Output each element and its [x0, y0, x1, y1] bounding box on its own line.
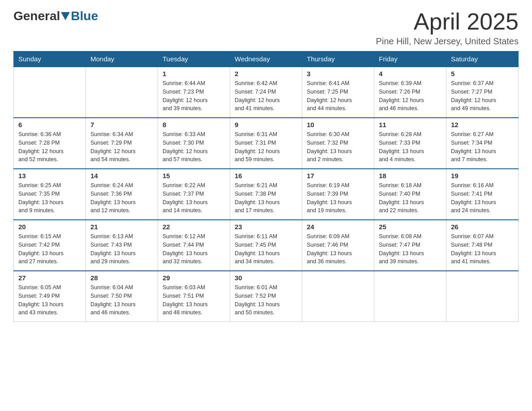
day-number: 22 — [163, 223, 225, 231]
calendar-cell: 6Sunrise: 6:36 AM Sunset: 7:28 PM Daylig… — [14, 118, 86, 169]
day-info: Sunrise: 6:03 AM Sunset: 7:51 PM Dayligh… — [163, 283, 225, 317]
day-info: Sunrise: 6:08 AM Sunset: 7:47 PM Dayligh… — [379, 232, 442, 266]
day-info: Sunrise: 6:11 AM Sunset: 7:45 PM Dayligh… — [235, 232, 297, 266]
calendar-cell: 7Sunrise: 6:34 AM Sunset: 7:29 PM Daylig… — [86, 118, 158, 169]
day-info: Sunrise: 6:37 AM Sunset: 7:27 PM Dayligh… — [451, 79, 514, 113]
day-info: Sunrise: 6:31 AM Sunset: 7:31 PM Dayligh… — [235, 130, 297, 164]
calendar-cell: 4Sunrise: 6:39 AM Sunset: 7:26 PM Daylig… — [374, 67, 446, 118]
location-title: Pine Hill, New Jersey, United States — [376, 36, 519, 47]
day-info: Sunrise: 6:42 AM Sunset: 7:24 PM Dayligh… — [235, 79, 297, 113]
day-number: 19 — [451, 172, 514, 180]
day-number: 29 — [163, 274, 225, 282]
day-number: 3 — [307, 70, 369, 77]
calendar-cell: 22Sunrise: 6:12 AM Sunset: 7:44 PM Dayli… — [158, 220, 230, 271]
day-number: 28 — [90, 274, 153, 282]
day-info: Sunrise: 6:25 AM Sunset: 7:35 PM Dayligh… — [18, 181, 81, 215]
calendar-cell: 8Sunrise: 6:33 AM Sunset: 7:30 PM Daylig… — [158, 118, 230, 169]
day-number: 8 — [163, 121, 225, 128]
calendar-cell: 18Sunrise: 6:18 AM Sunset: 7:40 PM Dayli… — [374, 169, 446, 220]
calendar-week-row: 1Sunrise: 6:44 AM Sunset: 7:23 PM Daylig… — [14, 67, 519, 118]
day-number: 20 — [18, 223, 81, 231]
day-number: 2 — [235, 70, 297, 77]
weekday-header-thursday: Thursday — [302, 51, 374, 67]
calendar-cell: 25Sunrise: 6:08 AM Sunset: 7:47 PM Dayli… — [374, 220, 446, 271]
calendar-cell: 20Sunrise: 6:15 AM Sunset: 7:42 PM Dayli… — [14, 220, 86, 271]
month-title: April 2025 — [376, 9, 519, 34]
day-number: 16 — [235, 172, 297, 180]
weekday-header-friday: Friday — [374, 51, 446, 67]
day-number: 21 — [90, 223, 153, 231]
calendar-cell: 11Sunrise: 6:28 AM Sunset: 7:33 PM Dayli… — [374, 118, 446, 169]
weekday-header-monday: Monday — [86, 51, 158, 67]
logo-general-text: General — [13, 9, 60, 23]
calendar-cell: 3Sunrise: 6:41 AM Sunset: 7:25 PM Daylig… — [302, 67, 374, 118]
day-info: Sunrise: 6:01 AM Sunset: 7:52 PM Dayligh… — [235, 283, 297, 317]
day-info: Sunrise: 6:34 AM Sunset: 7:29 PM Dayligh… — [90, 130, 153, 164]
calendar-cell — [446, 271, 519, 322]
day-info: Sunrise: 6:44 AM Sunset: 7:23 PM Dayligh… — [163, 79, 225, 113]
calendar-week-row: 13Sunrise: 6:25 AM Sunset: 7:35 PM Dayli… — [14, 169, 519, 220]
calendar-cell: 10Sunrise: 6:30 AM Sunset: 7:32 PM Dayli… — [302, 118, 374, 169]
calendar-cell: 2Sunrise: 6:42 AM Sunset: 7:24 PM Daylig… — [230, 67, 302, 118]
day-number: 7 — [90, 121, 153, 128]
title-block: April 2025 Pine Hill, New Jersey, United… — [376, 9, 519, 47]
day-number: 4 — [379, 70, 442, 77]
day-info: Sunrise: 6:12 AM Sunset: 7:44 PM Dayligh… — [163, 232, 225, 266]
day-number: 30 — [235, 274, 297, 282]
calendar-week-row: 6Sunrise: 6:36 AM Sunset: 7:28 PM Daylig… — [14, 118, 519, 169]
day-info: Sunrise: 6:13 AM Sunset: 7:43 PM Dayligh… — [90, 232, 153, 266]
day-number: 15 — [163, 172, 225, 180]
day-info: Sunrise: 6:39 AM Sunset: 7:26 PM Dayligh… — [379, 79, 442, 113]
logo: General Blue — [13, 9, 98, 23]
calendar-table: SundayMondayTuesdayWednesdayThursdayFrid… — [13, 51, 519, 322]
calendar-cell: 13Sunrise: 6:25 AM Sunset: 7:35 PM Dayli… — [14, 169, 86, 220]
day-info: Sunrise: 6:07 AM Sunset: 7:48 PM Dayligh… — [451, 232, 514, 266]
day-number: 26 — [451, 223, 514, 231]
day-number: 27 — [18, 274, 81, 282]
day-info: Sunrise: 6:28 AM Sunset: 7:33 PM Dayligh… — [379, 130, 442, 164]
day-info: Sunrise: 6:04 AM Sunset: 7:50 PM Dayligh… — [90, 283, 153, 317]
calendar-cell: 24Sunrise: 6:09 AM Sunset: 7:46 PM Dayli… — [302, 220, 374, 271]
logo-blue-text: Blue — [71, 9, 98, 23]
logo-triangle-icon — [61, 12, 70, 20]
day-number: 5 — [451, 70, 514, 77]
calendar-cell: 23Sunrise: 6:11 AM Sunset: 7:45 PM Dayli… — [230, 220, 302, 271]
calendar-cell: 12Sunrise: 6:27 AM Sunset: 7:34 PM Dayli… — [446, 118, 519, 169]
day-info: Sunrise: 6:41 AM Sunset: 7:25 PM Dayligh… — [307, 79, 369, 113]
day-number: 17 — [307, 172, 369, 180]
calendar-cell: 17Sunrise: 6:19 AM Sunset: 7:39 PM Dayli… — [302, 169, 374, 220]
calendar-cell: 5Sunrise: 6:37 AM Sunset: 7:27 PM Daylig… — [446, 67, 519, 118]
day-info: Sunrise: 6:22 AM Sunset: 7:37 PM Dayligh… — [163, 181, 225, 215]
day-number: 6 — [18, 121, 81, 128]
calendar-cell: 19Sunrise: 6:16 AM Sunset: 7:41 PM Dayli… — [446, 169, 519, 220]
calendar-cell — [374, 271, 446, 322]
day-info: Sunrise: 6:30 AM Sunset: 7:32 PM Dayligh… — [307, 130, 369, 164]
day-number: 23 — [235, 223, 297, 231]
day-info: Sunrise: 6:36 AM Sunset: 7:28 PM Dayligh… — [18, 130, 81, 164]
calendar-cell: 29Sunrise: 6:03 AM Sunset: 7:51 PM Dayli… — [158, 271, 230, 322]
calendar-cell — [302, 271, 374, 322]
day-number: 9 — [235, 121, 297, 128]
calendar-week-row: 20Sunrise: 6:15 AM Sunset: 7:42 PM Dayli… — [14, 220, 519, 271]
calendar-cell: 15Sunrise: 6:22 AM Sunset: 7:37 PM Dayli… — [158, 169, 230, 220]
calendar-cell — [14, 67, 86, 118]
calendar-cell: 14Sunrise: 6:24 AM Sunset: 7:36 PM Dayli… — [86, 169, 158, 220]
weekday-header-tuesday: Tuesday — [158, 51, 230, 67]
day-number: 13 — [18, 172, 81, 180]
day-info: Sunrise: 6:05 AM Sunset: 7:49 PM Dayligh… — [18, 283, 81, 317]
day-info: Sunrise: 6:27 AM Sunset: 7:34 PM Dayligh… — [451, 130, 514, 164]
day-number: 25 — [379, 223, 442, 231]
day-number: 1 — [163, 70, 225, 77]
calendar-cell: 21Sunrise: 6:13 AM Sunset: 7:43 PM Dayli… — [86, 220, 158, 271]
calendar-cell: 16Sunrise: 6:21 AM Sunset: 7:38 PM Dayli… — [230, 169, 302, 220]
calendar-cell: 26Sunrise: 6:07 AM Sunset: 7:48 PM Dayli… — [446, 220, 519, 271]
calendar-cell: 27Sunrise: 6:05 AM Sunset: 7:49 PM Dayli… — [14, 271, 86, 322]
page-header: General Blue April 2025 Pine Hill, New J… — [13, 9, 519, 47]
day-info: Sunrise: 6:21 AM Sunset: 7:38 PM Dayligh… — [235, 181, 297, 215]
day-number: 12 — [451, 121, 514, 128]
weekday-header-sunday: Sunday — [14, 51, 86, 67]
calendar-cell: 28Sunrise: 6:04 AM Sunset: 7:50 PM Dayli… — [86, 271, 158, 322]
calendar-cell: 30Sunrise: 6:01 AM Sunset: 7:52 PM Dayli… — [230, 271, 302, 322]
day-info: Sunrise: 6:16 AM Sunset: 7:41 PM Dayligh… — [451, 181, 514, 215]
day-number: 11 — [379, 121, 442, 128]
